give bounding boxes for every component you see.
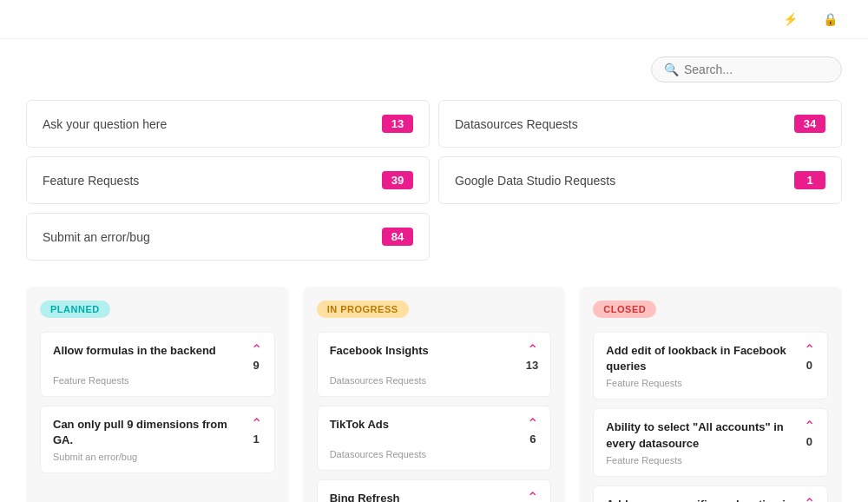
- category-label: Google Data Studio Requests: [455, 174, 615, 188]
- category-card-ask[interactable]: Ask your question here 13: [26, 100, 430, 148]
- status-badge-planned: PLANNED: [40, 301, 110, 318]
- bolt-icon: ⚡: [783, 12, 798, 26]
- login-link[interactable]: 🔒: [823, 12, 842, 26]
- vote-count: 0: [806, 435, 812, 448]
- header: ⚡ 🔒: [0, 0, 868, 39]
- kanban-item-top: Add edit of lookback in Facebook queries…: [606, 343, 815, 374]
- kanban-item-top: Bing Refresh ⌃ 1: [330, 491, 539, 502]
- kanban-item-category: Datasources Requests: [330, 375, 539, 386]
- category-card-bug[interactable]: Submit an error/bug 84: [26, 213, 430, 261]
- vote-count: 1: [253, 433, 260, 446]
- kanban-item-right: ⌃ 1: [527, 491, 538, 502]
- lock-icon: 🔒: [823, 12, 838, 26]
- kanban-col-planned: PLANNED Allow formulas in the backend ⌃ …: [26, 287, 289, 502]
- kanban-item-title: TikTok Ads: [330, 417, 521, 433]
- kanban-item-category: Feature Requests: [53, 375, 262, 386]
- col-header: IN PROGRESS: [317, 301, 552, 318]
- kanban-col-inprogress: IN PROGRESS Facebook Insights ⌃ 13 Datas…: [303, 287, 566, 502]
- kanban-item[interactable]: Ability to select "All accounts" in ever…: [593, 408, 828, 476]
- vote-count: 13: [526, 359, 538, 372]
- kanban-item-category: Submit an error/bug: [53, 452, 262, 462]
- categories-grid: Ask your question here 13 Datasources Re…: [0, 91, 868, 278]
- kanban-item-title: Can only pull 9 dimensions from GA.: [53, 417, 244, 448]
- category-badge: 34: [794, 115, 825, 133]
- category-label: Submit an error/bug: [43, 230, 150, 244]
- kanban-item-category: Feature Requests: [606, 455, 815, 466]
- kanban-item-top: Add a more specific explanation in sched…: [606, 497, 815, 502]
- category-badge: 13: [382, 115, 413, 133]
- search-box[interactable]: 🔍: [651, 56, 842, 83]
- vote-count: 0: [806, 359, 812, 372]
- kanban-item-right: ⌃ 13: [526, 343, 538, 372]
- kanban-item-right: ⌃ 0: [804, 343, 815, 372]
- kanban-item-title: Allow formulas in the backend: [53, 343, 244, 359]
- category-badge: 84: [382, 228, 413, 246]
- upvote-button[interactable]: ⌃: [804, 343, 815, 357]
- vote-count: 9: [253, 359, 260, 372]
- search-input[interactable]: [684, 63, 829, 76]
- category-label: Feature Requests: [43, 174, 139, 188]
- upvote-button[interactable]: ⌃: [527, 491, 538, 502]
- category-badge: 1: [794, 171, 825, 189]
- kanban-item[interactable]: TikTok Ads ⌃ 6 Datasources Requests: [317, 406, 552, 471]
- search-icon: 🔍: [664, 63, 679, 76]
- kanban-item[interactable]: Allow formulas in the backend ⌃ 9 Featur…: [40, 332, 275, 397]
- kanban-item-top: TikTok Ads ⌃ 6: [330, 417, 539, 446]
- upvote-button[interactable]: ⌃: [804, 497, 815, 502]
- kanban-item-right: ⌃ 0: [804, 419, 815, 448]
- kanban-item-top: Ability to select "All accounts" in ever…: [606, 419, 815, 451]
- kanban-item[interactable]: Add edit of lookback in Facebook queries…: [593, 332, 828, 400]
- kanban-item-right: ⌃ 1: [251, 417, 262, 446]
- upvote-button[interactable]: ⌃: [527, 417, 538, 431]
- kanban-item-right: ⌃ 9: [251, 343, 262, 372]
- category-badge: 39: [382, 171, 413, 189]
- kanban-item-title: Add edit of lookback in Facebook queries: [606, 343, 797, 374]
- kanban-item-category: Datasources Requests: [330, 449, 539, 459]
- upvote-button[interactable]: ⌃: [251, 417, 262, 431]
- kanban-item-top: Allow formulas in the backend ⌃ 9: [53, 343, 262, 372]
- changelog-link[interactable]: ⚡: [783, 12, 802, 26]
- upvote-button[interactable]: ⌃: [804, 419, 815, 433]
- kanban-item-title: Ability to select "All accounts" in ever…: [606, 419, 797, 451]
- kanban-item-title: Facebook Insights: [330, 343, 519, 359]
- kanban-item-top: Facebook Insights ⌃ 13: [330, 343, 539, 372]
- kanban-item[interactable]: Add a more specific explanation in sched…: [593, 485, 828, 502]
- col-header: PLANNED: [40, 301, 275, 318]
- kanban-item-title: Bing Refresh: [330, 491, 521, 502]
- upvote-button[interactable]: ⌃: [527, 343, 538, 357]
- kanban-board: PLANNED Allow formulas in the backend ⌃ …: [0, 278, 868, 502]
- category-card-datasources[interactable]: Datasources Requests 34: [438, 100, 842, 148]
- category-card-google[interactable]: Google Data Studio Requests 1: [438, 156, 842, 204]
- vote-count: 6: [529, 433, 536, 446]
- col-header: CLOSED: [593, 301, 828, 318]
- kanban-col-closed: CLOSED Add edit of lookback in Facebook …: [579, 287, 842, 502]
- kanban-item-category: Feature Requests: [606, 378, 815, 388]
- kanban-item-right: ⌃ 6: [527, 417, 538, 446]
- category-card-feature[interactable]: Feature Requests 39: [26, 156, 430, 204]
- kanban-item-top: Can only pull 9 dimensions from GA. ⌃ 1: [53, 417, 262, 448]
- kanban-item[interactable]: Facebook Insights ⌃ 13 Datasources Reque…: [317, 332, 552, 397]
- search-area: 🔍: [0, 39, 868, 91]
- kanban-item[interactable]: Can only pull 9 dimensions from GA. ⌃ 1 …: [40, 406, 275, 473]
- kanban-item-title: Add a more specific explanation in sched…: [606, 497, 797, 502]
- category-label: Datasources Requests: [455, 117, 578, 131]
- kanban-item-right: ⌃ 0: [804, 497, 815, 502]
- category-label: Ask your question here: [43, 117, 167, 131]
- upvote-button[interactable]: ⌃: [251, 343, 262, 357]
- header-nav: ⚡ 🔒: [783, 12, 842, 26]
- status-badge-inprogress: IN PROGRESS: [317, 301, 409, 318]
- kanban-item[interactable]: Bing Refresh ⌃ 1 Submit an error/bug: [317, 479, 552, 502]
- status-badge-closed: CLOSED: [593, 301, 656, 318]
